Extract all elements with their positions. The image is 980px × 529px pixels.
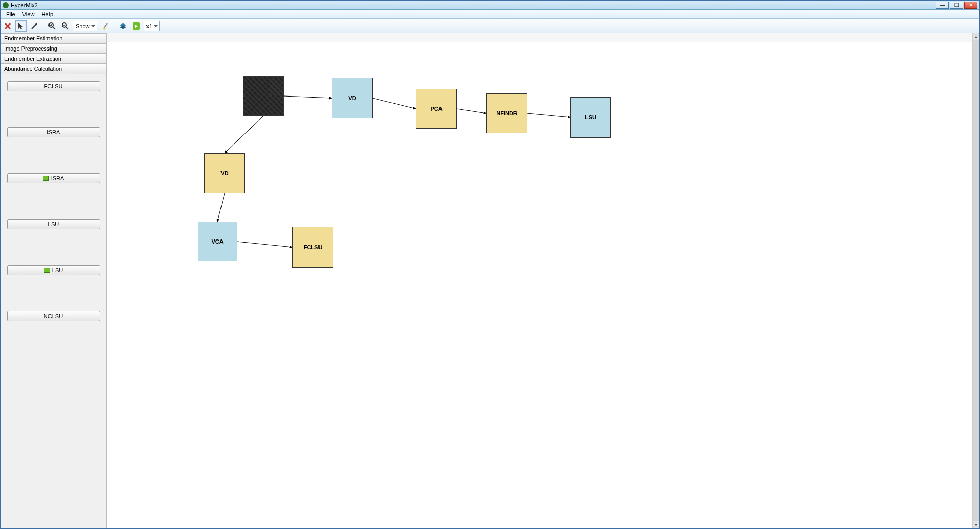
canvas[interactable]: VDPCANFINDRLSUVDVCAFCLSU — [107, 42, 972, 528]
accordion-endmember-extraction[interactable]: Endmember Extraction — [1, 54, 106, 64]
toolbar-separator — [114, 21, 114, 31]
pointer-icon[interactable] — [15, 20, 27, 32]
canvas-header — [107, 33, 979, 42]
close-button[interactable]: ✕ — [964, 2, 977, 9]
gpu-icon — [43, 176, 49, 181]
sidebar-button-label: ISRA — [47, 129, 60, 135]
node-lsu[interactable]: LSU — [570, 97, 611, 138]
accordion-image-preprocessing[interactable]: Image Preprocessing — [1, 43, 106, 54]
sidebar-button-lsu[interactable]: LSU — [7, 219, 100, 229]
maximize-button[interactable]: ❐ — [950, 2, 963, 9]
sidebar-button-label: LSU — [52, 267, 63, 273]
node-label: VD — [348, 95, 356, 101]
node-img[interactable] — [243, 76, 284, 116]
vertical-scrollbar[interactable]: ▲ ▼ — [972, 33, 979, 528]
brush-icon[interactable] — [100, 20, 111, 32]
menu-view[interactable]: View — [19, 11, 38, 17]
node-label: PCA — [430, 106, 442, 112]
edge-nfindr-lsu[interactable] — [527, 113, 570, 117]
scroll-down-icon[interactable]: ▼ — [973, 521, 979, 528]
speed-combo[interactable]: x1 — [144, 21, 160, 31]
sidebar-button-lsu-gpu[interactable]: LSU — [7, 265, 100, 275]
edge-img-vd2[interactable] — [225, 116, 263, 153]
accordion-body: FCLSUISRAISRALSULSUNCLSU — [1, 74, 106, 328]
sidebar-button-isra-gpu[interactable]: ISRA — [7, 173, 100, 183]
node-label: VCA — [211, 238, 223, 245]
edge-layer — [107, 42, 972, 528]
layers-icon[interactable] — [117, 20, 129, 32]
sidebar-button-label: NCLSU — [44, 313, 63, 319]
sidebar-button-isra[interactable]: ISRA — [7, 127, 100, 137]
mode-combo[interactable]: Snow — [73, 21, 97, 31]
accordion-endmember-estimation[interactable]: Endmember Estimation — [1, 33, 106, 43]
node-pca[interactable]: PCA — [416, 89, 457, 129]
edge-pca-nfindr[interactable] — [457, 109, 486, 113]
toolbar-separator — [43, 21, 43, 31]
node-vd2[interactable]: VD — [204, 153, 245, 193]
play-icon[interactable] — [131, 20, 142, 32]
gpu-icon — [44, 268, 50, 273]
mode-combo-value: Snow — [76, 23, 90, 29]
zoom-out-icon[interactable] — [60, 20, 71, 32]
scroll-up-icon[interactable]: ▲ — [973, 33, 979, 40]
menu-bar: File View Help — [1, 10, 979, 19]
scroll-thumb[interactable] — [973, 40, 979, 521]
node-label: LSU — [585, 114, 596, 121]
window-controls: — ❐ ✕ — [936, 2, 977, 9]
toolbar: Snow x1 — [1, 19, 979, 33]
edge-vd2-vca[interactable] — [217, 193, 225, 222]
app-icon — [3, 2, 9, 8]
edge-vd1-pca[interactable] — [373, 98, 416, 109]
zoom-in-icon[interactable] — [46, 20, 58, 32]
titlebar: HyperMix2 — ❐ ✕ — [1, 1, 979, 10]
accordion-abundance-calculation[interactable]: Abundance Calculation — [1, 64, 106, 74]
node-nfindr[interactable]: NFINDR — [486, 93, 527, 133]
node-vd1[interactable]: VD — [332, 78, 373, 118]
minimize-button[interactable]: — — [936, 2, 949, 9]
connector-icon[interactable] — [29, 20, 40, 32]
window-title: HyperMix2 — [11, 2, 38, 8]
sidebar: Endmember Estimation Image Preprocessing… — [1, 33, 107, 528]
canvas-area: VDPCANFINDRLSUVDVCAFCLSU ▲ ▼ — [107, 33, 979, 528]
edge-vca-fclsu[interactable] — [237, 242, 292, 247]
delete-icon[interactable] — [2, 20, 13, 32]
node-label: FCLSU — [304, 244, 323, 250]
node-vca[interactable]: VCA — [198, 222, 237, 261]
menu-file[interactable]: File — [3, 11, 19, 17]
sidebar-button-label: FCLSU — [44, 83, 62, 89]
speed-combo-value: x1 — [146, 23, 153, 29]
node-label: NFINDR — [496, 110, 518, 116]
menu-help[interactable]: Help — [38, 11, 57, 17]
sidebar-button-fclsu[interactable]: FCLSU — [7, 81, 100, 91]
sidebar-button-label: ISRA — [51, 175, 64, 181]
edge-img-vd1[interactable] — [284, 96, 332, 98]
app-window: HyperMix2 — ❐ ✕ File View Help Snow — [0, 0, 980, 529]
body: Endmember Estimation Image Preprocessing… — [1, 33, 979, 528]
node-label: VD — [220, 170, 228, 176]
sidebar-button-nclsu[interactable]: NCLSU — [7, 311, 100, 321]
node-fclsu[interactable]: FCLSU — [292, 227, 333, 268]
sidebar-button-label: LSU — [48, 221, 59, 227]
